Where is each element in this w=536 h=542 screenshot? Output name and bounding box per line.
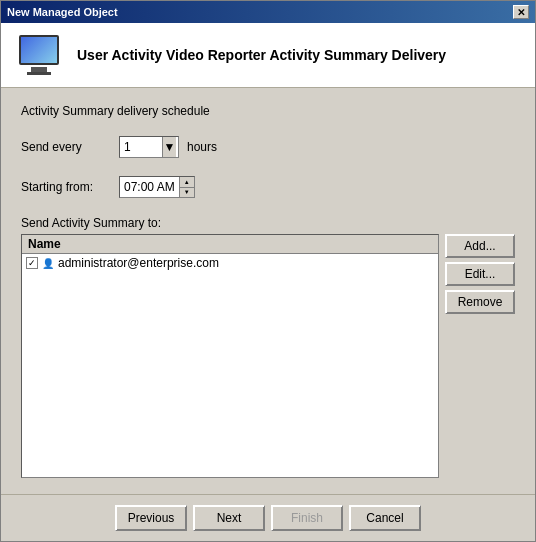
list-item[interactable]: ✓ 👤 administrator@enterprise.com (22, 254, 438, 272)
recipients-list[interactable]: Name ✓ 👤 administrator@enterprise.com (21, 234, 439, 478)
main-window: New Managed Object ✕ User Activity Video… (0, 0, 536, 542)
monitor-icon (17, 35, 61, 75)
schedule-section-label: Activity Summary delivery schedule (21, 104, 515, 118)
spinner-buttons: ▲ ▼ (179, 177, 194, 197)
close-button[interactable]: ✕ (513, 5, 529, 19)
add-button[interactable]: Add... (445, 234, 515, 258)
recipient-email: administrator@enterprise.com (58, 256, 219, 270)
window-title: New Managed Object (7, 6, 118, 18)
starting-from-row: Starting from: 07:00 AM ▲ ▼ (21, 176, 515, 198)
send-to-label: Send Activity Summary to: (21, 216, 515, 230)
remove-button[interactable]: Remove (445, 290, 515, 314)
starting-from-spinner[interactable]: 07:00 AM ▲ ▼ (119, 176, 195, 198)
starting-from-label: Starting from: (21, 180, 111, 194)
main-content: Activity Summary delivery schedule Send … (1, 88, 535, 494)
send-every-value: 1 (124, 140, 131, 154)
content-area: User Activity Video Reporter Activity Su… (1, 23, 535, 541)
email-icon: 👤 (42, 258, 54, 269)
send-every-row: Send every 1 ▼ hours (21, 136, 515, 158)
next-button[interactable]: Next (193, 505, 265, 531)
header-section: User Activity Video Reporter Activity Su… (1, 23, 535, 88)
send-every-label: Send every (21, 140, 111, 154)
send-to-section: Send Activity Summary to: Name ✓ 👤 admin… (21, 216, 515, 478)
header-title: User Activity Video Reporter Activity Su… (77, 47, 446, 63)
title-bar: New Managed Object ✕ (1, 1, 535, 23)
list-action-buttons: Add... Edit... Remove (445, 234, 515, 478)
previous-button[interactable]: Previous (115, 505, 187, 531)
finish-button[interactable]: Finish (271, 505, 343, 531)
footer-section: Previous Next Finish Cancel (1, 494, 535, 541)
starting-from-value: 07:00 AM (120, 180, 179, 194)
dropdown-arrow-icon[interactable]: ▼ (162, 137, 176, 157)
spinner-down-button[interactable]: ▼ (180, 188, 194, 198)
list-header: Name (22, 235, 438, 254)
spinner-up-button[interactable]: ▲ (180, 177, 194, 188)
edit-button[interactable]: Edit... (445, 262, 515, 286)
send-every-dropdown[interactable]: 1 ▼ (119, 136, 179, 158)
cancel-button[interactable]: Cancel (349, 505, 421, 531)
recipient-checkbox[interactable]: ✓ (26, 257, 38, 269)
list-container: Name ✓ 👤 administrator@enterprise.com Ad… (21, 234, 515, 478)
hours-label: hours (187, 140, 217, 154)
